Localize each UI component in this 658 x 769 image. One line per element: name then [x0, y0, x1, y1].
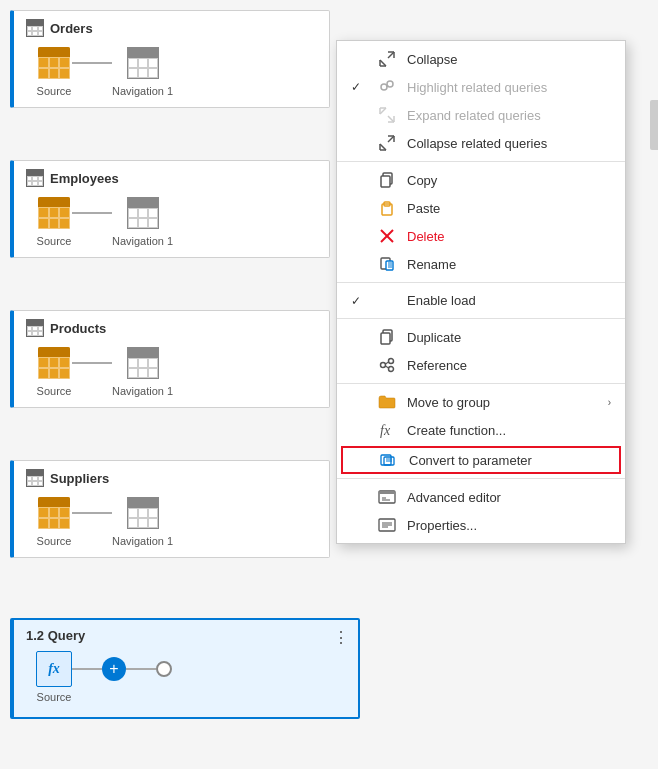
menu-item-highlight-related[interactable]: ✓ Highlight related queries [337, 73, 625, 101]
menu-label-enable-load: Enable load [407, 293, 476, 308]
suppliers-nodes: Source Navigation 1 [26, 495, 317, 547]
source-table-icon [38, 47, 70, 79]
table-title-icon [26, 319, 44, 337]
navigation-icon [125, 495, 161, 531]
card-title-employees: Employees [26, 169, 317, 187]
properties-icon [377, 517, 397, 533]
orders-title-label: Orders [50, 21, 93, 36]
menu-item-properties[interactable]: Properties... [337, 511, 625, 539]
menu-label-create-fn: Create function... [407, 423, 506, 438]
connector [72, 62, 112, 64]
query-card-employees: Employees Source [10, 160, 330, 258]
table-title-icon [26, 169, 44, 187]
menu-item-expand-related[interactable]: Expand related queries [337, 101, 625, 129]
menu-item-advanced-editor[interactable]: Advanced editor [337, 483, 625, 511]
menu-item-collapse[interactable]: Collapse [337, 45, 625, 73]
separator-4 [337, 383, 625, 384]
products-nav-label: Navigation 1 [112, 385, 173, 397]
dots-menu[interactable]: ⋮ [333, 628, 350, 647]
svg-rect-45 [379, 491, 395, 494]
suppliers-source-node: Source [36, 495, 72, 547]
separator-3 [337, 318, 625, 319]
fx-icon: fx [36, 651, 72, 687]
card-title-orders: Orders [26, 19, 317, 37]
fx-symbol: fx [36, 651, 72, 687]
connector-line2 [126, 668, 156, 670]
svg-line-38 [386, 366, 389, 368]
collapse-related-icon [377, 135, 397, 151]
orders-nav-node: Navigation 1 [112, 45, 173, 97]
separator-5 [337, 478, 625, 479]
reference-icon [377, 357, 397, 373]
suppliers-title-label: Suppliers [50, 471, 109, 486]
fx-menu-icon: fx [377, 422, 397, 438]
card-title-12query: 1.2 Query [26, 628, 346, 643]
svg-point-34 [381, 363, 386, 368]
query-card-products: Products Source [10, 310, 330, 408]
folder-icon [377, 394, 397, 410]
menu-item-copy[interactable]: Copy [337, 166, 625, 194]
menu-label-reference: Reference [407, 358, 467, 373]
menu-label-convert: Convert to parameter [409, 453, 532, 468]
nav-table-icon [127, 497, 159, 529]
products-nav-node: Navigation 1 [112, 345, 173, 397]
menu-item-move-to-group[interactable]: Move to group › [337, 388, 625, 416]
products-nodes: Source Navigation 1 [26, 345, 317, 397]
orders-nodes: Source Navigation 1 [26, 45, 317, 97]
menu-item-collapse-related[interactable]: Collapse related queries [337, 129, 625, 157]
nav-table-icon [127, 197, 159, 229]
svg-line-17 [388, 136, 394, 142]
svg-rect-22 [381, 176, 390, 187]
menu-item-reference[interactable]: Reference [337, 351, 625, 379]
menu-item-delete[interactable]: Delete [337, 222, 625, 250]
employees-nav-label: Navigation 1 [112, 235, 173, 247]
submenu-arrow: › [608, 397, 611, 408]
highlight-icon [377, 79, 397, 95]
svg-line-9 [380, 108, 386, 114]
menu-item-duplicate[interactable]: Duplicate [337, 323, 625, 351]
menu-item-enable-load[interactable]: ✓ Enable load [337, 287, 625, 314]
products-source-label: Source [37, 385, 72, 397]
navigation-icon [125, 195, 161, 231]
menu-label-properties: Properties... [407, 518, 477, 533]
menu-label-paste: Paste [407, 201, 440, 216]
menu-item-paste[interactable]: Paste [337, 194, 625, 222]
navigation-icon [125, 345, 161, 381]
menu-item-rename[interactable]: Rename [337, 250, 625, 278]
advanced-editor-icon [377, 489, 397, 505]
scroll-indicator [650, 100, 658, 150]
menu-item-create-function[interactable]: fx Create function... [337, 416, 625, 444]
query12-title-label: 1.2 Query [26, 628, 85, 643]
menu-label-move-group: Move to group [407, 395, 490, 410]
employees-title-label: Employees [50, 171, 119, 186]
orders-source-node: Source [36, 45, 72, 97]
menu-label-collapse-related: Collapse related queries [407, 136, 547, 151]
menu-label-delete: Delete [407, 229, 445, 244]
navigation-icon [125, 45, 161, 81]
orders-nav-label: Navigation 1 [112, 85, 173, 97]
menu-label-copy: Copy [407, 173, 437, 188]
query-card-suppliers: Suppliers Source [10, 460, 330, 558]
source-icon [36, 195, 72, 231]
connector [72, 362, 112, 364]
orders-source-label: Source [37, 85, 72, 97]
menu-label-collapse: Collapse [407, 52, 458, 67]
connector [72, 512, 112, 514]
plus-icon[interactable]: + [102, 657, 126, 681]
products-source-node: Source [36, 345, 72, 397]
query12-source-label: Source [37, 691, 72, 703]
rename-icon [377, 256, 397, 272]
menu-item-convert-parameter[interactable]: Convert to parameter [341, 446, 621, 474]
employees-source-label: Source [37, 235, 72, 247]
products-title-label: Products [50, 321, 106, 336]
query12-nodes: fx Source + [26, 651, 346, 703]
svg-line-37 [386, 362, 389, 364]
plus-button[interactable]: + [102, 657, 126, 681]
source-table-icon [38, 197, 70, 229]
query-card-12query: 1.2 Query ⋮ fx Source + [10, 618, 360, 719]
svg-line-2 [388, 52, 394, 58]
suppliers-nav-label: Navigation 1 [112, 535, 173, 547]
collapse-icon [377, 51, 397, 67]
separator-2 [337, 282, 625, 283]
employees-source-node: Source [36, 195, 72, 247]
